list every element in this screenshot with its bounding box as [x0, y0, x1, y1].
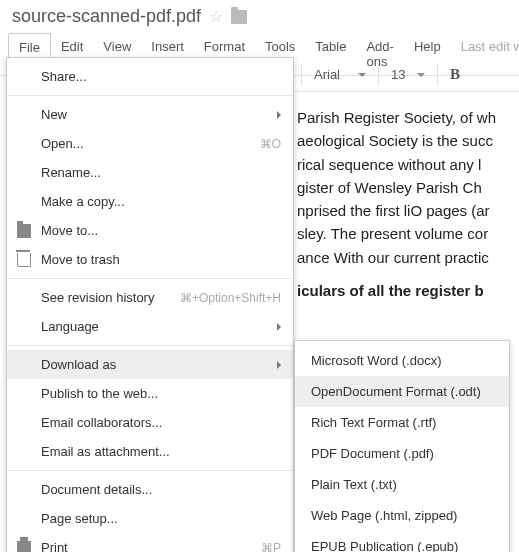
title-bar: source-scanned-pdf.pdf ☆ — [0, 0, 519, 33]
toolbar-separator — [378, 64, 379, 86]
menu-item-label: Page setup... — [41, 511, 118, 526]
menu-item-label: Move to trash — [41, 252, 120, 267]
submenu-item-odt[interactable]: OpenDocument Format (.odt) — [295, 376, 509, 407]
body-line: nprised the first liO pages (ar — [297, 199, 519, 222]
shortcut: ⌘+Option+Shift+H — [180, 291, 281, 305]
submenu-item-docx[interactable]: Microsoft Word (.docx) — [295, 345, 509, 376]
font-size: 13 — [391, 67, 405, 82]
print-icon — [17, 541, 31, 553]
menu-item-label: Open... — [41, 136, 84, 151]
menu-item-label: Language — [41, 319, 99, 334]
chevron-right-icon — [277, 361, 281, 369]
body-line: ance With our current practic — [297, 246, 519, 269]
chevron-right-icon — [277, 111, 281, 119]
menu-item-label: Email as attachment... — [41, 444, 170, 459]
submenu-item-html[interactable]: Web Page (.html, zipped) — [295, 500, 509, 531]
menu-item-move-to[interactable]: Move to... — [7, 216, 293, 245]
body-line-bold: iculars of all the register b — [297, 279, 519, 302]
menu-separator — [7, 345, 293, 346]
menu-item-share[interactable]: Share... — [7, 62, 293, 91]
download-as-submenu: Microsoft Word (.docx) OpenDocument Form… — [294, 340, 510, 552]
body-line: rical sequence without any l — [297, 153, 519, 176]
folder-icon[interactable] — [231, 10, 247, 24]
body-line: sley. The present volume cor — [297, 222, 519, 245]
font-name: Arial — [314, 67, 340, 82]
submenu-item-epub[interactable]: EPUB Publication (.epub) — [295, 531, 509, 552]
font-size-selector[interactable]: 13 — [385, 63, 431, 86]
toolbar: Arial 13 B — [295, 58, 519, 92]
menu-item-label: Download as — [41, 357, 116, 372]
menu-item-label: Email collaborators... — [41, 415, 162, 430]
body-line: gister of Wensley Parish Ch — [297, 176, 519, 199]
trash-icon — [17, 253, 31, 267]
menu-item-page-setup[interactable]: Page setup... — [7, 504, 293, 533]
chevron-right-icon — [277, 323, 281, 331]
submenu-item-rtf[interactable]: Rich Text Format (.rtf) — [295, 407, 509, 438]
submenu-item-pdf[interactable]: PDF Document (.pdf) — [295, 438, 509, 469]
folder-icon — [17, 224, 31, 238]
menu-item-rename[interactable]: Rename... — [7, 158, 293, 187]
menu-item-label: Print — [41, 540, 68, 552]
menu-item-publish[interactable]: Publish to the web... — [7, 379, 293, 408]
submenu-item-txt[interactable]: Plain Text (.txt) — [295, 469, 509, 500]
menu-item-download-as[interactable]: Download as — [7, 350, 293, 379]
bold-button[interactable]: B — [444, 66, 466, 83]
menu-item-label: New — [41, 107, 67, 122]
menu-item-trash[interactable]: Move to trash — [7, 245, 293, 274]
menu-item-label: Rename... — [41, 165, 101, 180]
document-body[interactable]: Parish Register Society, of wh aeologica… — [295, 92, 519, 302]
document-title[interactable]: source-scanned-pdf.pdf — [12, 6, 201, 27]
star-icon[interactable]: ☆ — [209, 7, 223, 26]
shortcut: ⌘O — [260, 137, 281, 151]
menu-item-language[interactable]: Language — [7, 312, 293, 341]
menu-separator — [7, 470, 293, 471]
font-selector[interactable]: Arial — [308, 63, 372, 86]
menu-separator — [7, 278, 293, 279]
file-menu-dropdown: Share... New Open...⌘O Rename... Make a … — [6, 57, 294, 552]
menu-item-label: Document details... — [41, 482, 152, 497]
menu-item-label: Move to... — [41, 223, 98, 238]
menu-item-email-attach[interactable]: Email as attachment... — [7, 437, 293, 466]
menu-item-new[interactable]: New — [7, 100, 293, 129]
chevron-down-icon — [417, 73, 425, 77]
menu-item-open[interactable]: Open...⌘O — [7, 129, 293, 158]
menu-item-label: Share... — [41, 69, 87, 84]
menu-item-label: See revision history — [41, 290, 154, 305]
chevron-down-icon — [358, 73, 366, 77]
menu-item-print[interactable]: Print⌘P — [7, 533, 293, 552]
body-line: Parish Register Society, of wh — [297, 106, 519, 129]
menu-item-revision[interactable]: See revision history⌘+Option+Shift+H — [7, 283, 293, 312]
shortcut: ⌘P — [261, 541, 281, 553]
toolbar-separator — [437, 64, 438, 86]
menu-separator — [7, 95, 293, 96]
menu-item-label: Publish to the web... — [41, 386, 158, 401]
menu-item-label: Make a copy... — [41, 194, 125, 209]
menu-item-make-copy[interactable]: Make a copy... — [7, 187, 293, 216]
body-line: aeological Society is the succ — [297, 129, 519, 152]
toolbar-separator — [301, 64, 302, 86]
menu-item-details[interactable]: Document details... — [7, 475, 293, 504]
menu-item-email-collab[interactable]: Email collaborators... — [7, 408, 293, 437]
